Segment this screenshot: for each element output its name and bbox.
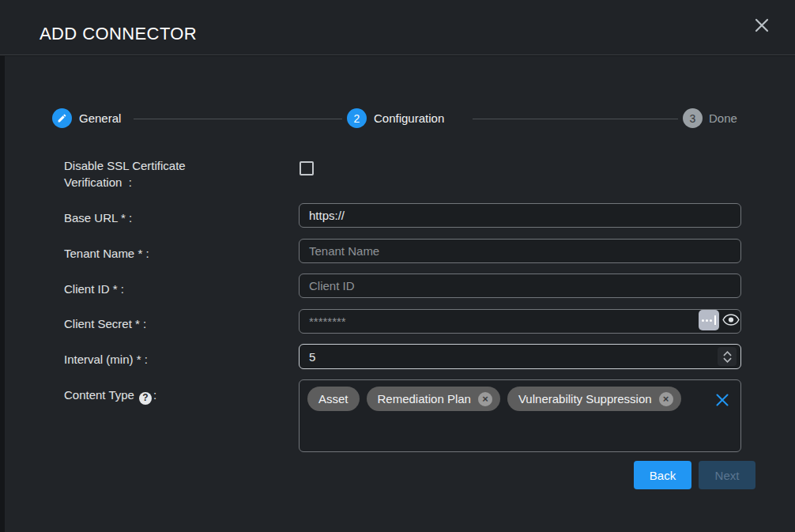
- chevron-up-icon: [723, 351, 732, 357]
- step-connector-line: [473, 119, 678, 119]
- tag-label: Remediation Plan: [378, 392, 471, 406]
- page-title: ADD CONNECTOR: [40, 24, 197, 44]
- content-type-label: Content Type?:: [64, 387, 156, 405]
- tag-asset: Asset: [307, 387, 360, 411]
- client-secret-input[interactable]: [299, 309, 741, 334]
- tenant-name-input[interactable]: [299, 239, 741, 263]
- show-password-eye-icon[interactable]: [722, 313, 740, 326]
- step-connector-line: [134, 119, 342, 119]
- step-done-label: Done: [709, 111, 737, 125]
- base-url-input[interactable]: [299, 203, 741, 228]
- step-done-indicator: 3: [683, 108, 703, 128]
- clear-all-icon[interactable]: [715, 393, 729, 407]
- pencil-icon: [57, 113, 67, 123]
- interval-stepper[interactable]: [718, 347, 737, 366]
- back-button[interactable]: Back: [634, 461, 691, 489]
- add-connector-modal: ADD CONNECTOR General 2 Configuration 3 …: [0, 0, 795, 532]
- tag-remediation-plan: Remediation Plan ×: [367, 387, 500, 411]
- interval-input[interactable]: [299, 344, 741, 369]
- client-secret-label: Client Secret * :: [64, 315, 146, 332]
- interval-label: Interval (min) * :: [64, 351, 148, 368]
- chevron-down-icon: [723, 357, 732, 363]
- content-type-multiselect[interactable]: Asset Remediation Plan × Vulnerability S…: [299, 379, 741, 452]
- step-configuration-label: Configuration: [374, 111, 444, 125]
- password-ellipsis-icon[interactable]: [699, 310, 719, 330]
- content-type-label-text: Content Type: [64, 388, 134, 402]
- tag-remove-icon[interactable]: ×: [478, 392, 492, 406]
- step-configuration-indicator[interactable]: 2: [347, 108, 367, 128]
- modal-header: ADD CONNECTOR: [0, 0, 795, 55]
- step-general-label: General: [79, 111, 121, 125]
- tag-label: Asset: [318, 392, 349, 406]
- client-id-label: Client ID * :: [64, 281, 124, 297]
- tenant-name-label: Tenant Name * :: [64, 245, 149, 262]
- close-icon[interactable]: [752, 16, 771, 35]
- ssl-verification-checkbox[interactable]: [300, 161, 314, 175]
- client-id-input[interactable]: [299, 274, 741, 298]
- next-button[interactable]: Next: [699, 461, 755, 489]
- tag-vulnerability-suppression: Vulnerability Suppression ×: [507, 387, 681, 411]
- tag-label: Vulnerability Suppression: [518, 392, 652, 406]
- base-url-label: Base URL * :: [64, 209, 132, 226]
- help-icon[interactable]: ?: [139, 392, 152, 405]
- content-type-colon: :: [153, 388, 156, 402]
- step-general-indicator[interactable]: [52, 108, 72, 128]
- tag-remove-icon[interactable]: ×: [659, 392, 673, 406]
- ssl-verification-label: Disable SSL Certificate Verification :: [64, 157, 239, 191]
- modal-body: General 2 Configuration 3 Done Disable S…: [5, 56, 795, 532]
